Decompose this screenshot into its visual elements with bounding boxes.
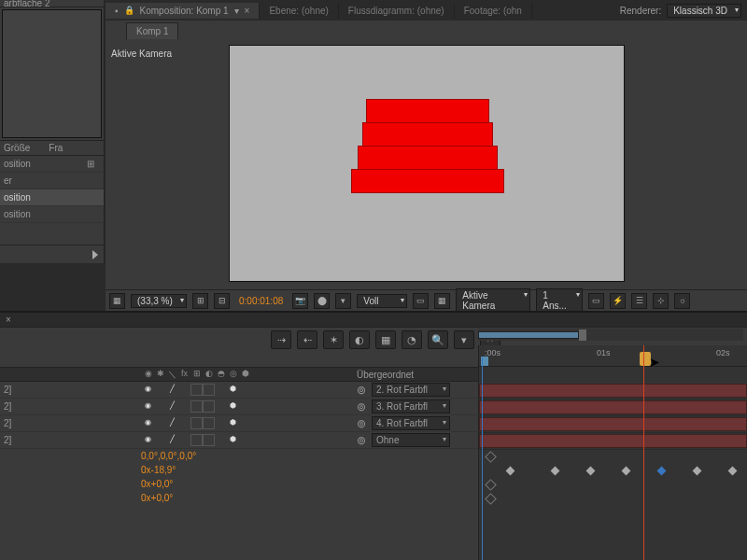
effects-icon[interactable]: ⊞ [190, 369, 203, 381]
eyeball-icon[interactable]: ◉ [142, 384, 154, 396]
keyframe-icon[interactable] [586, 467, 596, 476]
tab-layer[interactable]: Ebene: (ohne) [260, 3, 338, 19]
snapshot-icon[interactable]: 📷 [292, 293, 308, 309]
close-icon[interactable]: × [6, 315, 11, 325]
tab-composition[interactable]: ▪ 🔒 Komposition: Komp 1 ▾ × [106, 3, 260, 19]
3d-switch-icon[interactable]: ⬢ [227, 434, 239, 446]
motion-blur-switch[interactable] [203, 400, 215, 413]
layer-duration-bar[interactable] [479, 417, 747, 431]
frame-blend-switch[interactable] [190, 400, 203, 413]
motion-blur-switch[interactable] [203, 434, 215, 446]
shy-switch-icon[interactable] [154, 400, 166, 413]
quality-switch-icon[interactable]: ╱ [166, 384, 178, 396]
property-value[interactable]: 0x-18,9° [141, 465, 176, 475]
fx-switch-icon[interactable] [178, 417, 190, 429]
col-f-header[interactable]: Fra [49, 143, 63, 153]
color-mgmt-icon[interactable]: ▾ [335, 293, 351, 309]
cont-raster-icon[interactable]: ＼ [166, 369, 178, 381]
project-item[interactable]: er [0, 173, 104, 189]
av-features-icon[interactable]: ◉ [142, 369, 154, 381]
resolution-dropdown[interactable]: Voll [357, 294, 407, 308]
layer-bar-row[interactable] [479, 416, 747, 433]
layer-duration-bar[interactable] [479, 384, 747, 398]
work-area-range[interactable] [478, 331, 579, 339]
layer-bar-row[interactable] [479, 383, 747, 399]
comp-sub-tab[interactable]: Komp 1 [126, 22, 178, 39]
parent-dropdown[interactable]: Ohne [372, 433, 450, 447]
motion-blur-icon[interactable]: ◐ [349, 330, 370, 349]
motion-blur-switch[interactable] [203, 417, 215, 429]
shy-edit-icon[interactable]: ⇠ [297, 330, 317, 349]
shy-switch-icon[interactable] [154, 434, 166, 446]
channel-icon[interactable]: ⬤ [314, 293, 330, 309]
keyframe-row[interactable] [479, 450, 747, 464]
keyframe-icon[interactable] [622, 467, 631, 476]
property-value[interactable]: 0x+0,0° [141, 479, 173, 489]
fx-switch-icon[interactable] [178, 384, 190, 396]
keyframe-nav-icon[interactable] [485, 451, 497, 463]
layer-row[interactable]: 2] ◉ ╱ ⬢ [0, 432, 353, 449]
pick-whip-icon[interactable]: ⊚ [357, 384, 366, 397]
eyeball-icon[interactable]: ◉ [142, 417, 154, 429]
project-item[interactable]: osition [0, 189, 104, 206]
tab-footage[interactable]: Footage: (ohn [455, 3, 532, 19]
tab-flowchart[interactable]: Flussdiagramm: (ohne) [339, 3, 455, 19]
frame-blend-icon[interactable]: ✶ [323, 330, 344, 349]
3d-switch-icon[interactable]: ⬢ [227, 417, 239, 429]
composition-canvas[interactable] [229, 45, 625, 282]
pixel-aspect-icon[interactable]: ▭ [588, 293, 604, 309]
current-timecode[interactable]: 0:00:01:08 [235, 296, 287, 306]
frame-blend-switch[interactable] [190, 417, 203, 429]
keyframe-icon[interactable] [551, 467, 560, 476]
keyframe-row[interactable] [479, 478, 747, 492]
parent-dropdown[interactable]: 3. Rot Farbfl [372, 399, 450, 413]
dropdown-icon[interactable]: ▾ [454, 330, 474, 349]
shy-switch-icon[interactable] [154, 417, 166, 429]
time-ruler[interactable]: :00s 01s 02s ➤ [479, 345, 747, 367]
frame-blend-switch[interactable] [190, 384, 203, 396]
playhead[interactable] [643, 345, 644, 560]
exposure-icon[interactable]: ☼ [674, 293, 690, 309]
view-count-dropdown[interactable]: 1 Ans... [536, 288, 583, 313]
parent-dropdown[interactable]: 2. Rot Farbfl [372, 383, 450, 397]
motion-blur-icon[interactable]: ◓ [215, 369, 227, 381]
viewer-area[interactable]: Aktive Kamera [106, 41, 747, 288]
adj-layer-icon[interactable]: ◎ [227, 369, 239, 381]
expand-icon[interactable] [92, 250, 98, 259]
fast-preview-icon[interactable]: ⚡ [610, 293, 626, 309]
renderer-dropdown[interactable]: Klassisch 3D [667, 4, 741, 18]
frame-blend-icon[interactable]: ◐ [203, 369, 215, 381]
keyframe-row[interactable] [479, 492, 747, 506]
transparency-icon[interactable]: ▦ [434, 293, 450, 309]
property-value[interactable]: 0x+0,0° [141, 493, 173, 503]
red-solids-stack[interactable] [355, 99, 500, 192]
eyeball-icon[interactable]: ◉ [142, 434, 154, 446]
motion-blur-switch[interactable] [203, 384, 215, 396]
adj-switch-icon[interactable] [215, 384, 227, 396]
layer-bar-row[interactable] [479, 433, 747, 450]
dropdown-icon[interactable]: ▾ [234, 6, 239, 16]
eyeball-icon[interactable]: ◉ [142, 400, 154, 413]
safe-zones-icon[interactable]: ▦ [109, 293, 125, 309]
col-size-header[interactable]: Größe [4, 143, 30, 153]
parent-dropdown[interactable]: 4. Rot Farbfl [372, 416, 450, 430]
layer-row[interactable]: 2] ◉ ╱ ⬢ [0, 415, 353, 432]
zoom-dropdown[interactable]: (33,3 %) [131, 294, 187, 308]
frame-blend-switch[interactable] [190, 434, 203, 446]
seek-marker-icon[interactable] [640, 352, 651, 366]
keyframe-nav-icon[interactable] [485, 493, 497, 505]
layer-row[interactable]: 2] ◉ ╱ ⬢ [0, 382, 353, 399]
keyframe-icon[interactable] [657, 467, 667, 476]
layer-duration-bar[interactable] [479, 400, 747, 414]
search-icon[interactable]: 🔍 [428, 330, 448, 349]
property-value[interactable]: 0,0°,0,0°,0,0° [141, 451, 196, 461]
project-item[interactable]: osition [0, 206, 104, 223]
quality-switch-icon[interactable]: ╱ [166, 400, 178, 413]
shy-toggle-icon[interactable]: ⇢ [271, 330, 291, 349]
pick-whip-icon[interactable]: ⊚ [357, 434, 366, 447]
graph-editor-icon[interactable]: ◔ [402, 330, 422, 349]
brain-icon[interactable]: ▦ [375, 330, 396, 349]
fx-switch-icon[interactable] [178, 434, 190, 446]
adj-switch-icon[interactable] [215, 417, 227, 429]
guides-icon[interactable]: ⊟ [214, 293, 230, 309]
